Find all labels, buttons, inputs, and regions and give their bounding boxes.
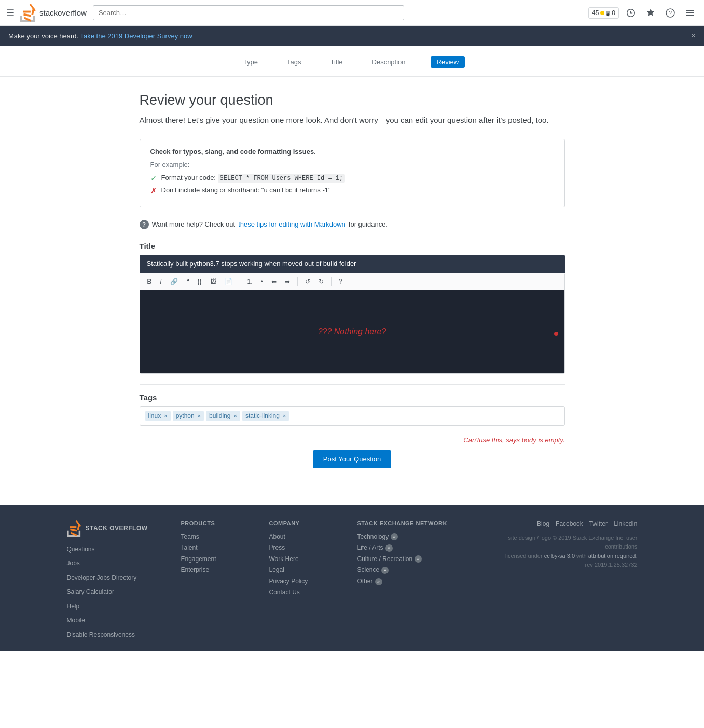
footer-link-mobile[interactable]: Mobile [67,615,160,626]
se-life-arts-label: Life / Arts [357,542,383,554]
header: ☰ stackoverflow 45 ● 0 ? [0,0,704,26]
tags-input-box[interactable]: linux × python × building × static-linki… [140,406,565,426]
footer-link-legal[interactable]: Legal [269,566,284,573]
se-technology-label: Technology [357,531,389,543]
stepper-description[interactable]: Description [368,56,410,68]
social-facebook[interactable]: Facebook [556,520,583,527]
footer-link-work-here[interactable]: Work Here [269,555,299,563]
footer-link-dev-jobs[interactable]: Developer Jobs Directory [67,572,160,584]
banner-link[interactable]: Take the 2019 Developer Survey now [80,32,192,40]
footer-link-talent[interactable]: Talent [181,544,198,551]
tip-slang-text: Don't include slang or shorthand: "u can… [161,186,331,194]
svg-text:?: ? [669,10,672,16]
footer-company-title: COMPANY [269,520,337,526]
se-other[interactable]: Other » [357,576,451,587]
link-button[interactable]: 🔗 [167,276,181,287]
se-culture[interactable]: Culture / Recreation » [357,554,451,565]
stepper-review[interactable]: Review [431,56,465,68]
undo-button[interactable]: ↺ [302,276,313,287]
x-icon: ✗ [150,186,157,195]
logo-link[interactable]: stackoverflow [20,4,87,22]
title-bar: Statically built python3.7 stops working… [140,255,565,273]
tag-static-linking-label: static-linking [245,412,280,419]
footer-link-enterprise[interactable]: Enterprise [181,566,210,573]
help-prefix: Want more help? Check out [152,220,236,228]
social-twitter[interactable]: Twitter [589,520,608,527]
footer-products-title: PRODUCTS [181,520,249,526]
stepper-tags[interactable]: Tags [283,56,305,68]
stepper-type[interactable]: Type [239,56,262,68]
attach-button[interactable]: 📄 [222,276,236,287]
help-icon[interactable]: ? [662,6,678,20]
redo-button[interactable]: ↻ [315,276,327,287]
footer-link-disable-resp[interactable]: Disable Responsiveness [67,629,160,641]
social-links: Blog Facebook Twitter LinkedIn [537,520,637,527]
tag-linux[interactable]: linux × [145,411,171,421]
editor-body[interactable]: ??? Nothing here? [140,290,564,373]
post-button-row: Post Your Question [140,450,565,468]
editor-placeholder: ??? Nothing here? [318,327,386,337]
blockquote-button[interactable]: ❝ [183,276,192,287]
stepper-title[interactable]: Title [326,56,347,68]
se-culture-label: Culture / Recreation [357,554,413,565]
tip-code-text: Format your code: SELECT * FROM Users WH… [161,174,346,182]
footer-link-questions[interactable]: Questions [67,544,160,555]
tag-static-linking-remove[interactable]: × [283,413,286,419]
hamburger-icon[interactable]: ☰ [6,7,15,19]
markdown-tips-link[interactable]: these tips for editing with Markdown [238,220,346,228]
ordered-list-button[interactable]: 1. [244,276,256,287]
footer-link-about[interactable]: About [269,533,285,540]
footer-link-jobs[interactable]: Jobs [67,558,160,569]
banner-close-button[interactable]: × [691,31,696,40]
tag-building-remove[interactable]: × [233,413,237,419]
footer-link-help[interactable]: Help [67,601,160,612]
attribution-link[interactable]: attribution required [588,553,636,559]
menu-icon[interactable] [682,6,698,20]
se-science[interactable]: Science » [357,565,451,576]
footer-link-salary[interactable]: Salary Calculator [67,586,160,598]
help-toolbar-button[interactable]: ? [336,276,346,287]
se-technology[interactable]: Technology » [357,531,451,543]
se-life-arts[interactable]: Life / Arts » [357,542,451,554]
achievements-icon[interactable] [643,6,658,20]
footer-link-teams[interactable]: Teams [181,533,199,540]
code-button[interactable]: {} [195,276,205,287]
svg-rect-4 [686,15,694,16]
se-science-badge: » [381,567,389,574]
bold-button[interactable]: B [144,276,155,287]
divider [140,384,565,385]
italic-button[interactable]: I [157,276,164,287]
footer-link-contact[interactable]: Contact Us [269,589,300,596]
se-science-label: Science [357,565,380,576]
tag-python-remove[interactable]: × [198,413,201,419]
stepper-nav: Type Tags Title Description Review [0,46,704,77]
tag-static-linking[interactable]: static-linking × [242,411,289,421]
inbox-icon[interactable] [623,6,639,20]
reputation-badge[interactable]: 45 ● 0 [588,7,619,19]
footer: STACK OVERFLOW Questions Jobs Developer … [0,505,704,651]
footer-link-engagement[interactable]: Engagement [181,555,216,563]
outdent-button[interactable]: ➡ [282,276,293,287]
social-blog[interactable]: Blog [537,520,549,527]
badge-count: 0 [612,9,615,17]
tag-python[interactable]: python × [173,411,204,421]
toolbar-separator-3 [331,277,332,286]
toolbar-separator-1 [240,277,240,286]
help-link-row: ? Want more help? Check out these tips f… [140,220,565,229]
search-input[interactable] [93,5,404,20]
image-button[interactable]: 🖼 [207,276,219,287]
unordered-list-button[interactable]: • [258,276,266,287]
search-box [93,5,404,20]
footer-brand-title: STACK OVERFLOW [86,525,148,532]
footer-link-press[interactable]: Press [269,544,285,551]
editor-toolbar: B I 🔗 ❝ {} 🖼 📄 1. • ⬅ ➡ ↺ ↻ ? [140,273,564,290]
tag-building[interactable]: building × [206,411,240,421]
social-linkedin[interactable]: LinkedIn [614,520,637,527]
cc-link[interactable]: cc by-sa 3.0 [544,553,575,559]
post-question-button[interactable]: Post Your Question [313,450,391,468]
tag-building-label: building [209,412,230,419]
footer-link-privacy[interactable]: Privacy Policy [269,578,308,585]
tag-linux-remove[interactable]: × [164,413,167,419]
indent-button[interactable]: ⬅ [268,276,280,287]
tags-section-label: Tags [140,393,565,402]
